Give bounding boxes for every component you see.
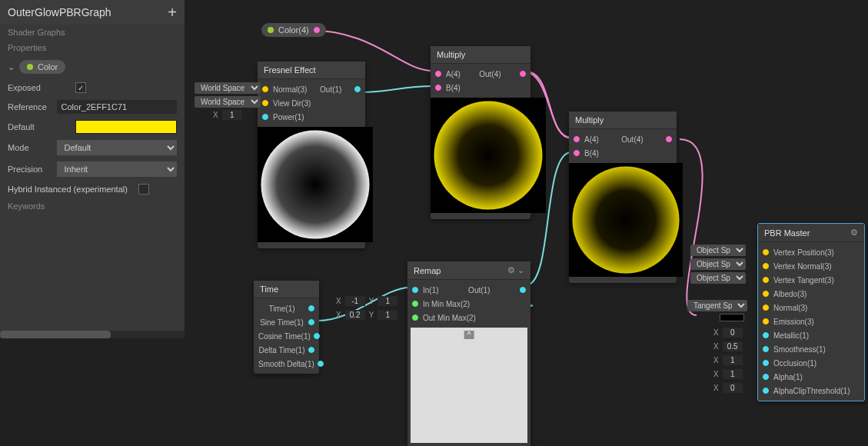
output-port[interactable] (666, 136, 672, 142)
input-port[interactable] (763, 360, 769, 366)
preview-icon (258, 127, 373, 242)
time-node[interactable]: Time Time(1) Sine Time(1) Cosine Time(1)… (254, 281, 319, 374)
smoothness-input[interactable] (723, 341, 743, 351)
input-port[interactable] (412, 287, 418, 293)
occlusion-input[interactable] (723, 355, 743, 365)
output-port[interactable] (308, 319, 314, 325)
input-port[interactable] (763, 318, 769, 325)
input-port[interactable] (763, 249, 769, 255)
remap-node[interactable]: X Y X Y Remap ⚙ ⌄ In(1) Out(1) In Min Ma… (407, 261, 530, 446)
input-port[interactable] (262, 86, 268, 92)
reference-input[interactable] (57, 100, 177, 114)
normal-space[interactable]: Tangent Space (687, 300, 747, 311)
output-port[interactable] (354, 86, 361, 92)
mode-label: Mode (8, 143, 51, 152)
color-dot-icon (268, 27, 274, 33)
input-port[interactable] (763, 277, 769, 283)
output-port[interactable] (314, 333, 320, 339)
output-port[interactable] (308, 347, 314, 353)
svg-point-1 (261, 131, 370, 239)
exposed-label: Exposed (8, 83, 69, 92)
input-port[interactable] (262, 100, 268, 106)
metallic-input[interactable] (723, 328, 743, 338)
input-port[interactable] (412, 301, 418, 307)
mode-select[interactable]: Default (57, 140, 177, 155)
chevron-down-icon[interactable]: ⌄ (8, 62, 15, 72)
gear-icon[interactable]: ⚙ (850, 228, 858, 238)
color-node-label: Color(4) (278, 25, 309, 35)
input-port[interactable] (262, 114, 268, 120)
inmin-x[interactable] (345, 296, 365, 306)
clip-input[interactable] (723, 383, 743, 393)
keywords-heading: Keywords (0, 198, 185, 214)
input-port[interactable] (763, 374, 769, 380)
input-port[interactable] (574, 150, 580, 156)
vtan-space[interactable]: Object Space (690, 272, 746, 284)
node-title[interactable]: Multiply (569, 112, 677, 129)
hybrid-checkbox[interactable] (138, 184, 149, 195)
graph-canvas[interactable]: Color(4) World Space World Space X Fresn… (185, 0, 868, 446)
inspector-panel: OuterGlowPBRGraph + Shader Graphs Proper… (0, 0, 185, 338)
collapse-icon[interactable]: ⌄ (517, 265, 524, 275)
preview-icon (431, 98, 546, 213)
vpos-space[interactable]: Object Space (690, 245, 746, 256)
color-dot-icon (27, 64, 33, 70)
input-port[interactable] (763, 263, 769, 269)
normal-space-select[interactable]: World Space (195, 82, 261, 94)
preview-icon (569, 163, 683, 277)
input-port[interactable] (574, 136, 580, 142)
scroll-thumb[interactable] (0, 331, 111, 338)
color-property-node[interactable]: Color(4) (261, 23, 326, 37)
input-port[interactable] (763, 346, 769, 352)
inspector-header: OuterGlowPBRGraph + (0, 0, 185, 25)
viewdir-space-select[interactable]: World Space (195, 96, 261, 108)
pbr-master-node[interactable]: Object Space Object Space Object Space T… (757, 223, 865, 401)
reference-label: Reference (8, 102, 51, 112)
outmin-x[interactable] (345, 310, 365, 320)
preview-area: ^ (411, 328, 527, 443)
input-port[interactable] (412, 315, 418, 321)
svg-point-3 (434, 102, 543, 210)
input-port[interactable] (763, 332, 769, 338)
outmin-y[interactable] (377, 310, 397, 320)
input-port[interactable] (763, 305, 769, 311)
emission-color-swatch[interactable] (720, 314, 744, 321)
input-port[interactable] (435, 85, 441, 91)
multiply-node[interactable]: Multiply A(4) Out(4) B(4) (431, 46, 530, 219)
graph-subtitle: Shader Graphs (0, 25, 185, 40)
node-title[interactable]: Remap (414, 266, 441, 275)
node-title[interactable]: Fresnel Effect (258, 62, 365, 79)
multiply-node[interactable]: Multiply A(4) Out(4) B(4) (569, 112, 677, 283)
default-label: Default (8, 122, 69, 131)
input-port[interactable] (763, 291, 769, 297)
default-color-swatch[interactable] (75, 120, 177, 134)
input-port[interactable] (763, 388, 769, 394)
output-port[interactable] (308, 305, 314, 311)
inmin-y[interactable] (377, 296, 397, 306)
node-title[interactable]: Time (254, 281, 319, 298)
node-title[interactable]: Multiply (431, 46, 530, 64)
power-x-input[interactable] (222, 110, 242, 120)
precision-select[interactable]: Inherit (57, 161, 177, 177)
alpha-input[interactable] (723, 369, 743, 379)
hybrid-label: Hybrid Instanced (experimental) (8, 185, 128, 194)
exposed-checkbox[interactable] (75, 82, 86, 93)
sidebar-scrollbar[interactable] (0, 331, 185, 338)
input-port[interactable] (435, 71, 441, 77)
output-port[interactable] (520, 287, 526, 293)
graph-title: OuterGlowPBRGraph (8, 6, 111, 18)
svg-point-5 (572, 166, 679, 273)
collapse-arrow-icon[interactable]: ^ (464, 331, 474, 339)
gear-icon[interactable]: ⚙ (507, 265, 515, 275)
add-button[interactable]: + (168, 7, 177, 18)
vnorm-space[interactable]: Object Space (690, 258, 746, 270)
output-port[interactable] (520, 71, 526, 77)
properties-heading: Properties (0, 40, 185, 55)
output-port[interactable] (318, 361, 324, 367)
node-title[interactable]: PBR Master (764, 228, 810, 238)
fresnel-node[interactable]: World Space World Space X Fresnel Effect… (258, 62, 365, 248)
precision-label: Precision (8, 165, 51, 174)
output-port[interactable] (314, 27, 320, 33)
property-pill-label: Color (38, 62, 58, 72)
property-pill[interactable]: Color (19, 60, 65, 74)
